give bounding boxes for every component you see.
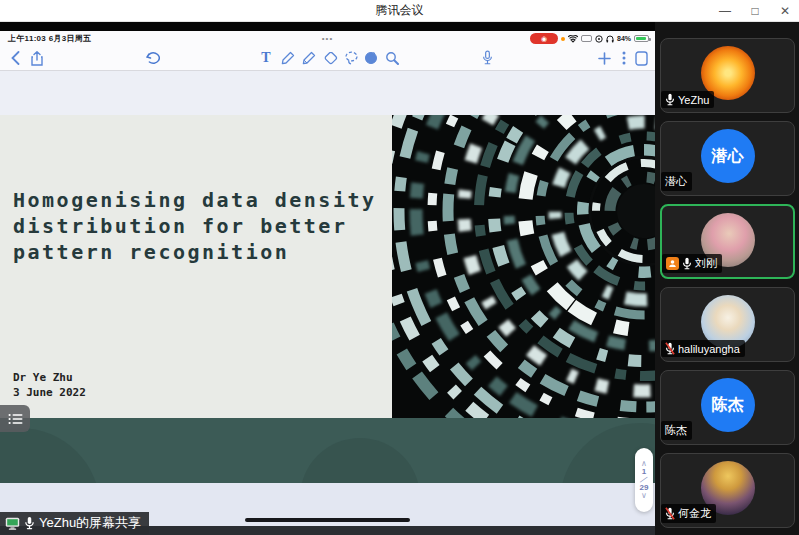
participant-tile-chenjie[interactable]: 陈杰 陈杰 <box>660 370 795 445</box>
participants-sidebar: YeZhu 潜心 潜心 刘刚 haliluyangha 陈杰 陈杰 <box>655 22 799 535</box>
slide-title: Homogenising data density distribution f… <box>13 187 377 265</box>
shared-screen-area: 上午11:03 6月3日周五 ••• ◉ 84% T <box>0 22 655 535</box>
screen-share-banner[interactable]: YeZhu的屏幕共享 <box>0 512 149 534</box>
avatar-chenjie: 陈杰 <box>701 378 755 432</box>
participant-name-tag: YeZhu <box>661 91 714 108</box>
mic-muted-icon <box>665 342 675 355</box>
participant-name: 刘刚 <box>695 256 717 271</box>
participant-name-tag: 潜心 <box>661 172 692 191</box>
wifi-icon <box>568 35 578 43</box>
pen-tool-button[interactable] <box>300 49 318 67</box>
mic-active-dot <box>561 37 565 41</box>
headphones-icon <box>606 35 614 43</box>
maximize-button[interactable]: □ <box>747 0 763 22</box>
participant-name: haliluyangha <box>678 343 740 355</box>
window-titlebar: 腾讯会议 — □ ✕ <box>0 0 799 22</box>
battery-icon <box>634 35 649 42</box>
host-badge-icon <box>666 257 679 270</box>
recording-pill[interactable]: ◉ <box>530 33 558 44</box>
lasso-tool-button[interactable] <box>342 49 360 67</box>
slide-author-date: Dr Ye Zhu 3 June 2022 <box>13 370 86 400</box>
home-indicator-bar <box>245 518 410 522</box>
pencil-tool-button[interactable] <box>279 49 297 67</box>
battery-percent: 84% <box>617 35 631 42</box>
ipad-status-bar: 上午11:03 6月3日周五 ••• ◉ 84% <box>0 31 655 46</box>
mic-on-icon <box>682 257 692 270</box>
participant-name: YeZhu <box>678 94 709 106</box>
page-separator: ／ <box>639 476 648 484</box>
eraser-tool-button[interactable] <box>321 49 339 67</box>
next-slide-preview <box>0 418 655 483</box>
mic-muted-icon <box>665 507 675 520</box>
page-navigator[interactable]: ∧ 1 ／ 29 ∨ <box>635 448 653 512</box>
minimize-button[interactable]: — <box>717 0 733 22</box>
presentation-slide: Homogenising data density distribution f… <box>0 115 655 418</box>
participant-tile-qianxin[interactable]: 潜心 潜心 <box>660 121 795 196</box>
participant-name: 陈杰 <box>665 423 687 438</box>
participant-tile-liugang[interactable]: 刘刚 <box>660 204 795 279</box>
participant-name: 何金龙 <box>678 506 711 521</box>
audio-record-button[interactable] <box>478 49 496 67</box>
participant-name-tag: 陈杰 <box>661 421 692 440</box>
vpn-box-icon <box>581 35 592 42</box>
letterbox-strip <box>0 22 655 31</box>
more-menu-button[interactable] <box>615 49 633 67</box>
mic-on-icon <box>665 93 675 106</box>
add-page-button[interactable] <box>595 49 613 67</box>
avatar-qianxin: 潜心 <box>701 129 755 183</box>
pages-overview-button[interactable] <box>632 49 650 67</box>
close-button[interactable]: ✕ <box>777 0 793 22</box>
slide-artwork-circles <box>392 115 655 418</box>
undo-button[interactable] <box>144 49 162 67</box>
back-button[interactable] <box>6 49 24 67</box>
presenter-mic-icon <box>24 516 35 530</box>
screen-share-label: YeZhu的屏幕共享 <box>39 514 141 532</box>
share-button[interactable] <box>28 49 46 67</box>
shape-tool-button[interactable] <box>362 49 380 67</box>
participant-tile-hejinlong[interactable]: 何金龙 <box>660 453 795 528</box>
zoom-pen-tool-button[interactable] <box>383 49 401 67</box>
ipad-toolbar: T <box>0 46 655 71</box>
participant-name: 潜心 <box>665 174 687 189</box>
participant-tile-yezhu[interactable]: YeZhu <box>660 38 795 113</box>
window-title: 腾讯会议 <box>376 2 424 19</box>
participant-name-tag: 刘刚 <box>662 254 722 273</box>
page-list-button[interactable] <box>0 405 30 432</box>
participant-tile-haliluyangha[interactable]: haliluyangha <box>660 287 795 362</box>
page-margin-top <box>0 71 655 115</box>
participant-name-tag: haliluyangha <box>661 340 745 357</box>
page-down-chevron-icon[interactable]: ∨ <box>641 493 647 499</box>
orientation-lock-icon <box>595 35 603 43</box>
window-controls: — □ ✕ <box>717 0 793 22</box>
participant-name-tag: 何金龙 <box>661 504 716 523</box>
screen-share-icon <box>5 517 20 530</box>
text-tool-button[interactable]: T <box>257 49 275 67</box>
